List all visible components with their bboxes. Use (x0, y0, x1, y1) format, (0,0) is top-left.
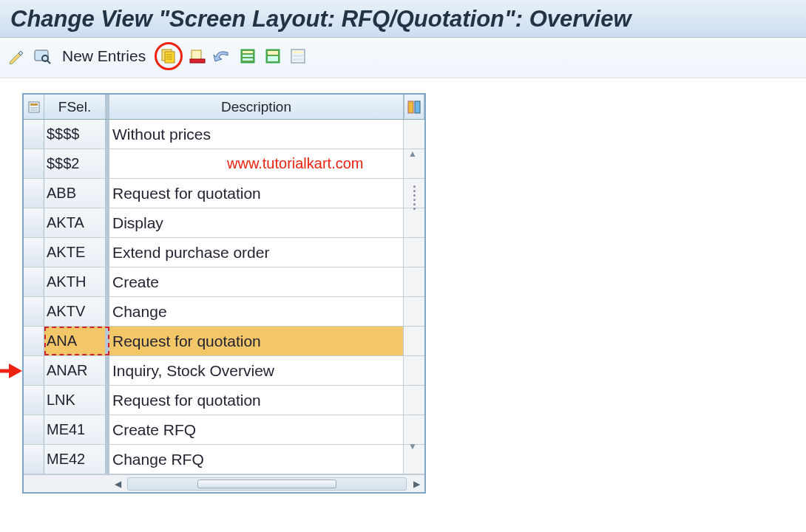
copy-as-highlight (155, 42, 183, 70)
cell-description[interactable]: Extend purchase order (109, 238, 404, 267)
page-title: Change View "Screen Layout: RFQ/Quotatio… (10, 6, 796, 33)
row-select-button[interactable] (24, 386, 44, 415)
column-header-description[interactable]: Description (109, 95, 404, 119)
table-row: AKTADisplay (24, 208, 424, 238)
svg-rect-19 (293, 55, 303, 57)
scrollbar-gutter (404, 386, 424, 415)
svg-rect-22 (30, 103, 38, 106)
cell-description[interactable] (109, 149, 404, 178)
cell-fsel[interactable]: ANAR (44, 356, 109, 385)
scrollbar-gutter (404, 267, 424, 296)
table-row: LNKRequest for quotation (24, 386, 424, 415)
scrollbar-gutter (404, 238, 424, 267)
table-row: ANARInquiry, Stock Overview (24, 356, 424, 386)
table-row: AKTVChange (24, 297, 424, 327)
row-select-button[interactable] (24, 267, 44, 296)
cell-fsel[interactable]: AKTV (44, 297, 109, 326)
cell-fsel[interactable]: AKTA (44, 208, 109, 237)
table-row: ANARequest for quotation (24, 327, 424, 356)
grid-body: www.tutorialkart.com ▲ ▼ $$$$Without pri… (24, 120, 424, 474)
svg-rect-12 (243, 55, 253, 57)
cell-fsel[interactable]: ME41 (44, 415, 109, 444)
cell-fsel[interactable]: AKTE (44, 238, 109, 267)
scroll-right-button[interactable]: ▶ (410, 477, 423, 491)
scrollbar-gutter (404, 120, 424, 149)
table-row: ABBRequest for quotation (24, 179, 424, 208)
scroll-up-button[interactable]: ▲ (402, 146, 423, 161)
find-icon[interactable] (33, 46, 53, 66)
svg-rect-11 (243, 51, 253, 53)
scrollbar-gutter (404, 297, 424, 326)
cell-description[interactable]: Change (109, 297, 404, 326)
scroll-left-button[interactable]: ◀ (111, 477, 124, 491)
table-row: AKTHCreate (24, 267, 424, 297)
table-row: $$$2 (24, 149, 424, 179)
svg-rect-23 (30, 107, 38, 109)
cell-fsel[interactable]: ABB (44, 179, 109, 208)
cell-description[interactable]: Request for quotation (109, 179, 404, 208)
scroll-grip-icon[interactable] (408, 179, 420, 216)
new-entries-button[interactable]: New Entries (58, 47, 150, 65)
row-select-button[interactable] (24, 179, 44, 208)
table-row: AKTEExtend purchase order (24, 238, 424, 267)
svg-rect-15 (268, 51, 278, 55)
cell-fsel[interactable]: LNK (44, 386, 109, 415)
row-select-button[interactable] (24, 149, 44, 178)
scrollbar-gutter (404, 356, 424, 385)
row-select-button[interactable] (24, 445, 44, 474)
table-row: ME42Change RFQ (24, 445, 424, 474)
cell-description[interactable]: Request for quotation (109, 386, 404, 415)
deselect-all-icon[interactable] (288, 46, 308, 66)
table-row: ME41Create RFQ (24, 415, 424, 445)
row-select-button[interactable] (24, 415, 44, 444)
svg-rect-16 (268, 56, 278, 61)
row-select-button[interactable] (24, 327, 44, 355)
row-select-button[interactable] (24, 356, 44, 385)
svg-rect-24 (30, 109, 38, 111)
svg-rect-13 (243, 58, 253, 61)
configure-columns-button[interactable] (404, 95, 424, 119)
cell-description[interactable]: Change RFQ (109, 445, 404, 474)
cell-description[interactable]: Display (109, 208, 404, 237)
row-select-button[interactable] (24, 297, 44, 326)
scroll-down-button[interactable]: ▼ (402, 439, 423, 454)
content-area: FSel. Description www.tutorialkart.com ▲… (0, 78, 806, 494)
scrollbar-gutter (404, 327, 424, 355)
grid-header: FSel. Description (24, 95, 424, 120)
table-row: $$$$Without prices (24, 120, 424, 149)
delete-icon[interactable] (187, 46, 208, 66)
cell-fsel[interactable]: AKTH (44, 267, 109, 296)
cell-description[interactable]: Inquiry, Stock Overview (109, 356, 404, 385)
hscroll-thumb[interactable] (197, 480, 336, 488)
row-select-button[interactable] (24, 208, 44, 237)
cell-description[interactable]: Create (109, 267, 404, 296)
column-header-fsel[interactable]: FSel. (44, 95, 109, 119)
cell-description[interactable]: Create RFQ (109, 415, 404, 444)
svg-rect-26 (415, 101, 420, 113)
svg-line-2 (47, 61, 50, 64)
select-all-icon[interactable] (237, 46, 258, 66)
cell-fsel[interactable]: $$$2 (44, 149, 109, 178)
cell-description[interactable]: Request for quotation (109, 327, 404, 355)
row-select-button[interactable] (24, 120, 44, 149)
copy-as-icon[interactable] (158, 46, 179, 66)
row-select-button[interactable] (24, 238, 44, 267)
data-grid: FSel. Description www.tutorialkart.com ▲… (22, 93, 426, 494)
horizontal-scrollbar: ◀ ▶ (24, 474, 424, 492)
undo-icon[interactable] (212, 46, 233, 66)
toggle-edit-icon[interactable] (7, 46, 28, 66)
hscroll-track[interactable] (127, 477, 407, 491)
cell-fsel[interactable]: ME42 (44, 445, 109, 474)
page-header: Change View "Screen Layout: RFQ/Quotatio… (0, 0, 806, 38)
select-block-icon[interactable] (263, 46, 283, 66)
select-all-column-button[interactable] (24, 95, 44, 119)
toolbar: New Entries (0, 38, 806, 78)
cell-fsel[interactable]: ANA (44, 327, 109, 355)
svg-rect-20 (293, 58, 303, 61)
cell-fsel[interactable]: $$$$ (44, 120, 109, 149)
svg-rect-18 (293, 51, 303, 53)
svg-rect-9 (190, 59, 205, 63)
svg-rect-25 (408, 101, 413, 113)
cell-description[interactable]: Without prices (109, 120, 404, 149)
